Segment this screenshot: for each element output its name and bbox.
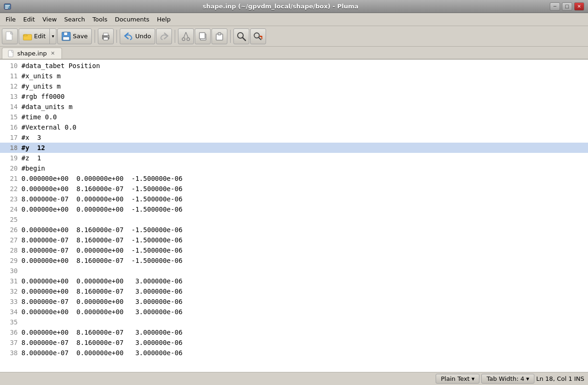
code-line-36: 360.000000e+00 8.160000e-07 3.000000e-06	[0, 327, 588, 337]
svg-rect-9	[63, 37, 69, 40]
svg-rect-19	[199, 33, 205, 39]
window-title: shape.inp (~/gpvdm_local/shape/box) - Pl…	[11, 3, 550, 10]
cut-button[interactable]	[178, 28, 194, 44]
menubar-item-documents[interactable]: Documents	[111, 14, 153, 24]
svg-rect-21	[218, 33, 221, 35]
redo-button[interactable]	[156, 28, 172, 44]
editor-content: 10#data_tabet Position11#x_units m12#y_u…	[0, 60, 588, 372]
code-line-18: 18#y 12	[0, 143, 588, 153]
svg-rect-8	[64, 32, 68, 35]
redo-icon	[159, 32, 169, 41]
titlebar: shape.inp (~/gpvdm_local/shape/box) - Pl…	[0, 0, 588, 13]
cursor-position: Ln 18, Col 1	[536, 375, 572, 382]
tab-close-button[interactable]: ✕	[49, 50, 56, 57]
svg-line-16	[184, 32, 186, 38]
line-number: 33	[4, 296, 18, 307]
line-number: 35	[4, 317, 18, 327]
close-button[interactable]: ✕	[574, 2, 584, 11]
svg-line-17	[186, 32, 188, 38]
line-content: #y 12	[21, 143, 45, 153]
code-line-31: 310.000000e+00 0.000000e+00 3.000000e-06	[0, 276, 588, 286]
line-number: 19	[4, 153, 18, 163]
line-content: 8.000000e-07 0.000000e+00 3.000000e-06	[21, 296, 183, 307]
line-number: 29	[4, 255, 18, 266]
maximize-button[interactable]: □	[562, 2, 572, 11]
menubar-item-help[interactable]: Help	[153, 14, 175, 24]
new-button[interactable]	[2, 28, 18, 44]
line-number: 18	[4, 143, 18, 153]
line-content: #data_tabet Position	[21, 61, 100, 71]
svg-line-23	[243, 38, 246, 41]
tab-shape-inp[interactable]: shape.inp ✕	[2, 48, 62, 59]
cut-icon	[181, 32, 191, 41]
line-content: 0.000000e+00 8.160000e-07 3.000000e-06	[21, 327, 183, 337]
line-content: 0.000000e+00 8.160000e-07 -1.500000e-06	[21, 184, 183, 194]
line-content: 8.000000e-07 8.160000e-07 3.000000e-06	[21, 337, 183, 348]
save-icon	[62, 32, 71, 41]
paste-button[interactable]	[212, 28, 227, 44]
minimize-button[interactable]: ─	[550, 2, 560, 11]
save-button[interactable]: Save	[57, 28, 92, 44]
paste-icon	[215, 32, 224, 41]
copy-icon	[198, 32, 207, 41]
tab-width-label: Tab Width: 4	[486, 375, 524, 382]
line-number: 11	[4, 71, 18, 81]
code-line-27: 278.000000e-07 8.160000e-07 -1.500000e-0…	[0, 235, 588, 245]
save-label: Save	[73, 33, 88, 40]
line-number: 10	[4, 61, 18, 71]
undo-button[interactable]: Undo	[120, 28, 155, 44]
open-icon	[23, 32, 32, 41]
line-number: 14	[4, 102, 18, 112]
line-number: 24	[4, 204, 18, 214]
code-line-28: 288.000000e-07 0.000000e+00 -1.500000e-0…	[0, 245, 588, 255]
open-arrow[interactable]: ▾	[49, 29, 56, 44]
menubar-item-file[interactable]: File	[2, 14, 20, 24]
line-number: 22	[4, 184, 18, 194]
line-number: 32	[4, 286, 18, 296]
menubar-item-tools[interactable]: Tools	[89, 14, 111, 24]
line-content: 0.000000e+00 0.000000e+00 3.000000e-06	[21, 276, 183, 286]
plain-text-label: Plain Text	[441, 375, 470, 382]
line-number: 38	[4, 348, 18, 358]
svg-point-13	[108, 36, 109, 37]
code-line-12: 12#y_units m	[0, 81, 588, 91]
plain-text-selector[interactable]: Plain Text ▾	[436, 374, 479, 384]
code-line-10: 10#data_tabet Position	[0, 61, 588, 71]
line-content: 8.000000e-07 0.000000e+00 3.000000e-06	[21, 348, 183, 358]
separator-2	[116, 30, 117, 43]
line-content: 0.000000e+00 0.000000e+00 -1.500000e-06	[21, 204, 183, 214]
find-button[interactable]	[233, 28, 249, 44]
code-line-38: 388.000000e-07 0.000000e+00 3.000000e-06	[0, 348, 588, 358]
titlebar-icon-area	[4, 3, 11, 10]
menubar-item-search[interactable]: Search	[61, 14, 89, 24]
line-content: #time 0.0	[21, 112, 57, 122]
app-icon	[4, 3, 11, 10]
menubar-item-view[interactable]: View	[39, 14, 61, 24]
code-line-11: 11#x_units m	[0, 71, 588, 81]
line-number: 25	[4, 214, 18, 225]
menubar-item-edit[interactable]: Edit	[20, 14, 39, 24]
line-content: #data_units m	[21, 102, 73, 112]
print-button[interactable]	[98, 28, 114, 44]
line-content: 8.000000e-07 0.000000e+00 -1.500000e-06	[21, 245, 183, 255]
line-number: 26	[4, 225, 18, 235]
copy-button[interactable]	[195, 28, 211, 44]
line-number: 31	[4, 276, 18, 286]
open-button[interactable]: Edit ▾	[19, 28, 56, 44]
line-content: #z 1	[21, 153, 41, 163]
line-content: #x 3	[21, 132, 41, 143]
svg-rect-12	[103, 33, 108, 35]
line-number: 28	[4, 245, 18, 255]
tab-width-arrow: ▾	[526, 375, 529, 382]
code-line-30: 30	[0, 266, 588, 276]
replace-button[interactable]	[250, 28, 266, 44]
line-number: 30	[4, 266, 18, 276]
code-line-13: 13#rgb ff0000	[0, 91, 588, 102]
search-icon	[237, 32, 246, 41]
editor[interactable]: 10#data_tabet Position11#x_units m12#y_u…	[0, 60, 588, 372]
menubar: FileEditViewSearchToolsDocumentsHelp	[0, 13, 588, 26]
code-line-25: 25	[0, 214, 588, 225]
code-line-26: 260.000000e+00 8.160000e-07 -1.500000e-0…	[0, 225, 588, 235]
code-line-34: 340.000000e+00 0.000000e+00 3.000000e-06	[0, 307, 588, 317]
tab-width-selector[interactable]: Tab Width: 4 ▾	[481, 374, 534, 384]
